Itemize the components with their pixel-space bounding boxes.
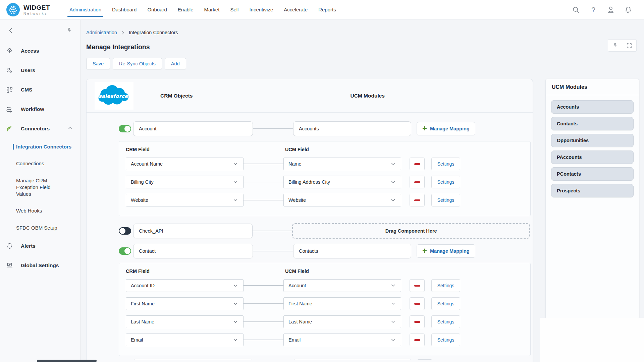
search-icon[interactable] bbox=[572, 5, 580, 14]
ucm-module-contacts[interactable]: Contacts bbox=[293, 244, 411, 258]
ucm-field-label: UCM Field bbox=[285, 147, 309, 152]
crm-field-dropdown[interactable]: Website bbox=[126, 194, 244, 206]
remove-field-button[interactable] bbox=[410, 176, 425, 188]
workflow-icon bbox=[5, 105, 13, 113]
help-icon[interactable]: ? bbox=[589, 5, 598, 14]
ucm-chip-pcontacts[interactable]: PContacts bbox=[551, 167, 634, 181]
remove-field-button[interactable] bbox=[410, 315, 425, 328]
ucm-chip-accounts[interactable]: Accounts bbox=[551, 100, 634, 114]
nav-market[interactable]: Market bbox=[204, 0, 220, 19]
sidebar-item-global-settings[interactable]: Global Settings bbox=[0, 256, 80, 275]
crm-field-dropdown[interactable]: Last Name bbox=[126, 315, 244, 328]
check-api-toggle[interactable] bbox=[119, 227, 131, 235]
key-icon bbox=[5, 47, 13, 55]
field-settings-button[interactable]: Settings bbox=[431, 334, 460, 346]
top-bar: WIDGET Networks Administration Dashboard… bbox=[0, 0, 644, 19]
ucm-chip-paccounts[interactable]: PAccounts bbox=[551, 150, 634, 164]
sidebar-pin-icon[interactable] bbox=[66, 27, 73, 34]
sidebar-item-integration-connectors[interactable]: Integration Connectors bbox=[0, 138, 80, 155]
sidebar-item-alerts[interactable]: Alerts bbox=[0, 236, 80, 256]
manage-mapping-button[interactable]: + bbox=[417, 359, 433, 360]
sidebar-collapse-button[interactable] bbox=[7, 26, 15, 35]
add-button[interactable]: Add bbox=[165, 58, 186, 69]
crm-field-dropdown[interactable]: First Name bbox=[126, 297, 244, 310]
ucm-field-dropdown[interactable]: Website bbox=[283, 194, 401, 206]
crm-field-dropdown[interactable]: Account Name bbox=[126, 158, 244, 170]
brand-logo: WIDGET Networks bbox=[0, 3, 69, 17]
nav-accelerate[interactable]: Accelerate bbox=[283, 0, 308, 19]
crm-field-dropdown[interactable]: Email bbox=[126, 334, 244, 346]
ucm-field-dropdown[interactable]: Name bbox=[283, 158, 401, 170]
nav-reports[interactable]: Reports bbox=[318, 0, 337, 19]
crm-object-account[interactable]: Account bbox=[133, 121, 253, 136]
sidebar-item-manage-crm-exception[interactable]: Manage CRM Exception Field Values bbox=[0, 172, 72, 203]
sidebar-item-workflow[interactable]: Workflow bbox=[0, 100, 80, 119]
sidebar-item-connections[interactable]: Connections bbox=[0, 155, 80, 172]
field-settings-button[interactable]: Settings bbox=[431, 194, 460, 206]
ucm-chip-opportunities[interactable]: Opportunities bbox=[551, 134, 634, 147]
chevron-down-icon bbox=[232, 283, 238, 289]
field-settings-button[interactable]: Settings bbox=[431, 297, 460, 310]
ucm-field-dropdown[interactable]: Billing Address City bbox=[283, 176, 401, 188]
field-settings-button[interactable]: Settings bbox=[431, 279, 460, 292]
crm-field-dropdown[interactable]: Account ID bbox=[126, 279, 244, 292]
breadcrumb-current: Integration Connectors bbox=[129, 30, 178, 35]
ucm-field-dropdown[interactable]: Email bbox=[283, 334, 401, 346]
ucm-chip-prospects[interactable]: Prospects bbox=[551, 184, 634, 197]
plus-icon: + bbox=[422, 247, 427, 255]
ucm-field-dropdown[interactable]: First Name bbox=[283, 297, 401, 310]
save-button[interactable]: Save bbox=[86, 58, 110, 69]
crm-object-box[interactable] bbox=[133, 359, 253, 360]
chevron-down-icon bbox=[390, 179, 396, 185]
remove-field-button[interactable] bbox=[410, 158, 425, 170]
ucm-chip-contacts[interactable]: Contacts bbox=[551, 117, 634, 130]
connector-line bbox=[244, 182, 283, 182]
ucm-module-box[interactable] bbox=[293, 359, 411, 360]
field-settings-button[interactable]: Settings bbox=[431, 315, 460, 328]
breadcrumb: Administration Integration Connectors bbox=[86, 30, 644, 35]
account-toggle[interactable] bbox=[119, 125, 131, 132]
notifications-icon[interactable] bbox=[624, 5, 633, 14]
nav-dashboard[interactable]: Dashboard bbox=[111, 0, 137, 19]
crm-object-contact[interactable]: Contact bbox=[133, 244, 253, 258]
sidebar-item-users[interactable]: Users bbox=[0, 61, 80, 80]
drag-component-dropzone[interactable]: Drag Component Here bbox=[292, 223, 530, 239]
ucm-field-dropdown[interactable]: Last Name bbox=[283, 315, 401, 328]
horizontal-scrollbar-thumb[interactable] bbox=[37, 360, 97, 362]
field-settings-button[interactable]: Settings bbox=[431, 158, 460, 170]
nav-incentivize[interactable]: Incentivize bbox=[249, 0, 274, 19]
sidebar: Access Users CMS Workflow bbox=[0, 20, 80, 362]
sidebar-item-access[interactable]: Access bbox=[0, 41, 80, 61]
connector-line bbox=[244, 340, 283, 340]
nav-administration[interactable]: Administration bbox=[69, 0, 102, 19]
user-icon[interactable] bbox=[606, 5, 615, 14]
remove-field-button[interactable] bbox=[410, 194, 425, 206]
pin-page-button[interactable] bbox=[608, 39, 622, 52]
manage-mapping-button-contact[interactable]: + Manage Mapping bbox=[417, 244, 475, 258]
field-row: Account ID Account Settings bbox=[126, 279, 524, 292]
sidebar-item-sfdc-obm-setup[interactable]: SFDC OBM Setup bbox=[0, 220, 80, 236]
ucm-module-accounts[interactable]: Accounts bbox=[293, 121, 411, 136]
integration-card: salesforce CRM Objects UCM Modules Accou… bbox=[86, 79, 533, 362]
nav-onboard[interactable]: Onboard bbox=[147, 0, 167, 19]
manage-mapping-button-account[interactable]: + Manage Mapping bbox=[417, 122, 475, 135]
contact-toggle[interactable] bbox=[119, 247, 131, 255]
field-settings-button[interactable]: Settings bbox=[431, 176, 460, 188]
crm-object-check-api[interactable]: Check_API bbox=[133, 224, 253, 238]
sidebar-item-cms[interactable]: CMS bbox=[0, 80, 80, 100]
crm-field-dropdown[interactable]: Billing City bbox=[126, 176, 244, 188]
remove-field-button[interactable] bbox=[410, 334, 425, 346]
remove-field-button[interactable] bbox=[410, 279, 425, 292]
fullscreen-button[interactable] bbox=[622, 39, 637, 52]
connectors-submenu: Integration Connectors Connections Manag… bbox=[0, 138, 80, 236]
nav-sell[interactable]: Sell bbox=[229, 0, 239, 19]
breadcrumb-administration[interactable]: Administration bbox=[86, 30, 117, 35]
ucm-field-dropdown[interactable]: Account bbox=[283, 279, 401, 292]
svg-text:salesforce: salesforce bbox=[99, 93, 128, 99]
remove-field-button[interactable] bbox=[410, 297, 425, 310]
minus-icon bbox=[414, 199, 420, 201]
nav-enable[interactable]: Enable bbox=[177, 0, 194, 19]
sidebar-item-connectors[interactable]: Connectors bbox=[0, 119, 80, 138]
sidebar-item-web-hooks[interactable]: Web Hooks bbox=[0, 202, 80, 219]
resync-objects-button[interactable]: Re-Sync Objects bbox=[113, 58, 162, 69]
